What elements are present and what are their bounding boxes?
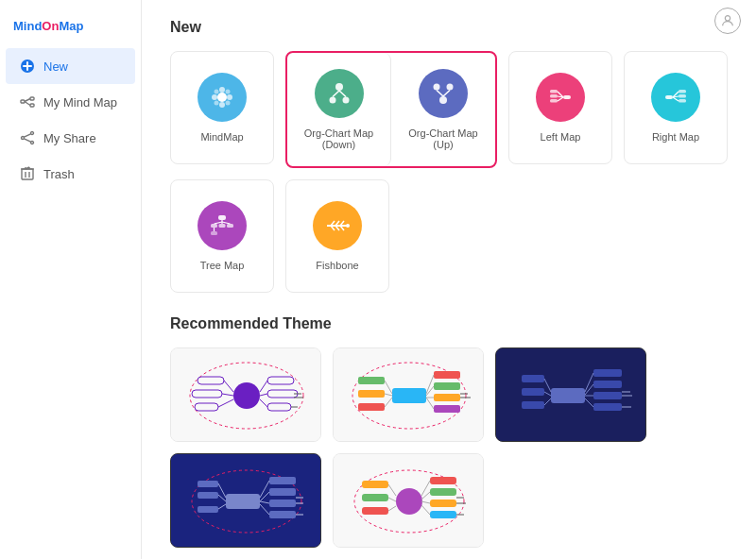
orgdown-label: Org-Chart Map (Down) <box>297 127 381 150</box>
theme-card-3[interactable] <box>495 347 646 442</box>
svg-point-30 <box>335 83 343 91</box>
svg-point-9 <box>31 132 34 135</box>
svg-rect-97 <box>358 390 385 398</box>
svg-point-70 <box>346 224 350 228</box>
svg-line-7 <box>25 99 30 102</box>
leftmap-icon-circle <box>536 73 585 122</box>
sidebar-new-label: New <box>43 59 68 74</box>
map-card-fishbone[interactable]: Fishbone <box>285 179 389 293</box>
svg-rect-49 <box>679 94 686 98</box>
svg-point-35 <box>439 96 447 104</box>
svg-rect-113 <box>593 403 622 411</box>
svg-rect-92 <box>434 371 460 379</box>
theme-card-1[interactable] <box>170 347 321 442</box>
svg-rect-150 <box>430 477 456 484</box>
main-content: New MindMap <box>142 0 756 559</box>
sidebar-mymindmap-label: My Mind Map <box>43 95 117 110</box>
sidebar-myshare-label: My Share <box>43 131 96 145</box>
svg-line-60 <box>215 222 223 224</box>
leftmap-label: Left Map <box>541 131 581 143</box>
svg-rect-56 <box>219 224 226 228</box>
svg-rect-50 <box>679 99 686 103</box>
mindmap-icon-circle <box>198 73 247 122</box>
svg-rect-156 <box>362 507 388 515</box>
svg-rect-114 <box>522 375 544 382</box>
svg-point-36 <box>434 84 440 91</box>
svg-rect-153 <box>430 511 456 518</box>
sidebar-item-new[interactable]: New <box>6 48 135 84</box>
svg-rect-93 <box>434 382 460 390</box>
svg-line-53 <box>673 97 679 101</box>
svg-rect-129 <box>226 494 260 509</box>
fishbone-label: Fishbone <box>316 260 358 271</box>
svg-rect-112 <box>593 392 622 399</box>
svg-rect-58 <box>211 231 217 235</box>
svg-line-33 <box>333 91 339 97</box>
svg-point-0 <box>725 16 730 21</box>
svg-rect-130 <box>269 477 296 484</box>
svg-rect-95 <box>434 405 460 413</box>
mindmap-icon <box>19 93 36 110</box>
sidebar: MindOnMap New My Mind Map <box>0 0 142 559</box>
svg-rect-94 <box>434 394 460 401</box>
svg-point-22 <box>219 87 225 93</box>
orgup-icon-circle <box>419 69 468 118</box>
svg-rect-115 <box>522 388 544 396</box>
map-card-leftmap[interactable]: Left Map <box>508 51 612 164</box>
svg-rect-6 <box>30 104 34 107</box>
map-card-orgup[interactable]: Org-Chart Map (Up) <box>391 53 495 166</box>
svg-rect-111 <box>593 381 622 388</box>
sidebar-trash-label: Trash <box>43 167 75 181</box>
trash-icon <box>19 165 36 182</box>
svg-line-61 <box>222 222 231 224</box>
svg-point-73 <box>233 382 260 409</box>
svg-rect-98 <box>358 403 385 411</box>
svg-point-27 <box>226 90 231 94</box>
svg-point-149 <box>396 488 422 515</box>
rightmap-icon-circle <box>651 73 700 122</box>
sidebar-item-mymindmap[interactable]: My Mind Map <box>6 84 135 120</box>
map-card-orgdown[interactable]: Org-Chart Map (Down) <box>287 53 391 166</box>
svg-point-28 <box>215 101 219 106</box>
treemap-icon-circle <box>198 201 247 250</box>
svg-rect-91 <box>392 388 426 403</box>
map-card-treemap[interactable]: Tree Map <box>170 179 274 293</box>
svg-rect-131 <box>269 488 296 496</box>
mindmap-label: MindMap <box>200 131 243 143</box>
svg-line-13 <box>24 139 30 142</box>
svg-rect-43 <box>550 99 558 103</box>
theme-card-5[interactable] <box>333 453 484 548</box>
theme-card-4[interactable] <box>170 453 321 548</box>
svg-rect-14 <box>22 169 33 179</box>
svg-rect-40 <box>563 95 571 99</box>
sidebar-item-trash[interactable]: Trash <box>6 156 135 192</box>
selected-map-group: Org-Chart Map (Down) Org-Chart Map (Up) <box>285 51 497 168</box>
svg-point-25 <box>227 94 232 100</box>
svg-point-23 <box>219 102 225 108</box>
svg-line-34 <box>339 91 346 97</box>
svg-point-24 <box>212 94 217 100</box>
svg-point-32 <box>342 97 349 104</box>
svg-rect-42 <box>550 94 558 98</box>
svg-rect-132 <box>269 500 296 507</box>
map-card-mindmap[interactable]: MindMap <box>170 51 274 164</box>
orgup-label: Org-Chart Map (Up) <box>401 127 486 150</box>
new-section-title: New <box>170 19 728 36</box>
share-icon <box>19 129 36 146</box>
svg-point-10 <box>31 142 34 144</box>
theme-card-2[interactable] <box>333 347 484 442</box>
plus-icon <box>19 58 36 75</box>
svg-line-12 <box>24 134 30 137</box>
svg-line-8 <box>25 102 30 106</box>
svg-rect-5 <box>30 97 34 100</box>
svg-rect-47 <box>665 95 673 99</box>
svg-line-38 <box>437 91 443 97</box>
svg-rect-41 <box>550 90 558 93</box>
svg-point-26 <box>215 90 219 94</box>
user-avatar[interactable] <box>714 8 741 34</box>
sidebar-item-myshare[interactable]: My Share <box>6 120 135 156</box>
svg-rect-48 <box>679 90 686 93</box>
svg-rect-116 <box>522 401 544 409</box>
svg-point-29 <box>226 101 231 106</box>
map-card-rightmap[interactable]: Right Map <box>624 51 728 164</box>
